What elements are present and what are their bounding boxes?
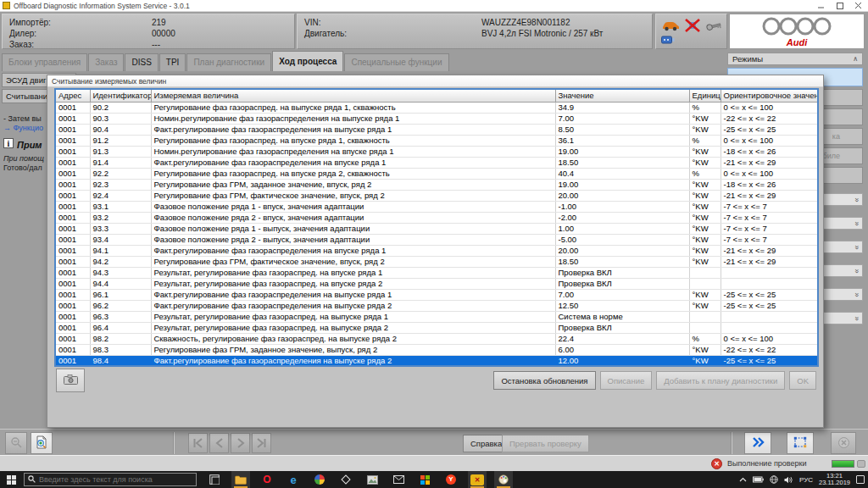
opera-icon[interactable]: O (258, 471, 276, 488)
table-row[interactable]: 000190.3Номин.регулирование фаз газорасп… (56, 113, 817, 124)
zoom-out-button (5, 432, 27, 454)
vehicle-icon (661, 19, 680, 33)
odis-taskbar-icon[interactable]: ✕ (468, 471, 487, 488)
file-explorer-icon[interactable] (231, 471, 250, 488)
snapshot-button[interactable] (56, 369, 85, 392)
column-header[interactable]: Значение (555, 90, 689, 102)
table-row[interactable]: 000192.2Регулирование фаз газораспред. н… (56, 168, 817, 179)
magnifier-minus-icon (10, 436, 22, 450)
table-row[interactable]: 000191.4Факт.регулирование фаз газораспр… (56, 157, 817, 168)
zoom-document-button[interactable] (31, 432, 53, 454)
search-input[interactable] (39, 475, 192, 484)
edge-icon[interactable]: e (284, 471, 303, 488)
status-mini-icon (857, 460, 865, 468)
tab-diss[interactable]: DISS (125, 53, 158, 71)
mail-icon[interactable] (389, 471, 408, 488)
diamond-app-icon[interactable] (337, 471, 355, 488)
tab-ход-процесса[interactable]: Ход процесса (272, 51, 343, 71)
dialog-button-добавить-к-плану-диагностики: Добавить к плану диагностики (656, 371, 785, 390)
pinwheel-app-icon[interactable] (310, 471, 329, 488)
table-row[interactable]: 000190.2Регулирование фаз газораспред. н… (56, 102, 817, 113)
table-row[interactable]: 000191.3Номин.регулирование фаз газорасп… (56, 146, 817, 157)
store-icon[interactable] (415, 471, 434, 488)
table-row[interactable]: 000190.4Факт.регулирование фаз газораспр… (56, 124, 817, 135)
double-chevron-down-icon: » (852, 269, 860, 273)
nav-next-button (231, 433, 250, 453)
table-row[interactable]: 000194.3Результат, регулирование фаз газ… (56, 267, 817, 278)
search-icon (28, 475, 36, 485)
key-icon (705, 20, 722, 33)
dialog-button-остановка-обновления[interactable]: Остановка обновления (493, 371, 595, 390)
double-chevron-down-icon: » (852, 316, 860, 320)
status-text: Выполнение проверки (727, 456, 806, 472)
column-header[interactable]: Адрес (56, 90, 90, 102)
toolbar-separator-2 (731, 432, 732, 454)
table-row[interactable]: 000194.2Регулирование фаз ГРМ, фактическ… (56, 256, 817, 267)
double-chevron-right-icon (751, 436, 765, 450)
document-magnifier-plus-icon (35, 435, 48, 451)
column-header[interactable]: Измеряемая величина (151, 90, 555, 102)
left-panel-note-title: Прим (17, 140, 42, 150)
table-row[interactable]: 000192.3Регулирование фаз ГРМ, заданное … (56, 179, 817, 190)
network-icon[interactable] (770, 475, 778, 484)
table-row[interactable]: 000198.3Регулирование фаз ГРМ, заданное … (56, 344, 817, 355)
close-button[interactable] (849, 0, 868, 12)
tab-специальные-функции: Специальные функции (344, 53, 448, 71)
table-row[interactable]: 000194.4Результат, регулирование фаз газ… (56, 278, 817, 289)
continue-button[interactable] (744, 432, 771, 454)
column-header[interactable]: Идентификатор (90, 90, 151, 102)
language-indicator[interactable]: РУС (799, 476, 813, 484)
table-row[interactable]: 000191.2Регулирование фаз газораспред. н… (56, 135, 817, 146)
collapse-caret-icon[interactable]: ∧ (853, 53, 858, 64)
window-titlebar: Offboard Diagnostic Information System S… (0, 0, 868, 12)
tray-date: 23.11.2019 (819, 479, 850, 486)
dealer-value: 00000 (152, 28, 175, 39)
importer-label: Импортёр: (9, 17, 51, 28)
taskbar-search[interactable] (24, 473, 197, 486)
minimize-button[interactable] (812, 0, 831, 12)
modes-panel-title: Режимы (732, 53, 763, 64)
table-row[interactable]: 000196.2Факт.регулирование фаз газораспр… (56, 300, 817, 311)
audi-rings-icon (760, 16, 834, 38)
tab-tpi[interactable]: TPI (159, 53, 186, 71)
no-connection-icon (685, 19, 700, 34)
table-row[interactable]: 000198.4Факт.регулирование фаз газораспр… (56, 355, 817, 366)
table-row[interactable]: 000193.1Фазовое положение ряда 1 - впуск… (56, 201, 817, 212)
table-row[interactable]: 000196.3Результат, регулирование фаз газ… (56, 311, 817, 322)
column-header[interactable]: Ориентировочное значение (721, 90, 817, 102)
battery-icon[interactable] (753, 476, 764, 483)
left-panel-line: - Затем вы (3, 114, 47, 123)
column-header[interactable]: Единица (689, 90, 721, 102)
yandex-browser-icon[interactable]: Y (442, 471, 460, 488)
notification-center-icon[interactable] (856, 475, 865, 484)
table-row[interactable]: 000193.2Фазовое положение ряда 2 - впуск… (56, 212, 817, 223)
photos-icon[interactable] (363, 471, 381, 488)
task-view-button[interactable] (205, 471, 224, 488)
table-row[interactable]: 000192.4Регулирование фаз ГРМ, фактическ… (56, 190, 817, 201)
cancel-circle-button (831, 432, 856, 454)
x-circle-icon (837, 436, 850, 451)
maximize-button[interactable] (831, 0, 849, 12)
double-chevron-down-icon: » (852, 245, 860, 249)
left-panel-function-link[interactable]: → Функцио (3, 124, 47, 132)
screen-capture-button[interactable] (787, 432, 814, 454)
table-row[interactable]: 000193.4Фазовое положение ряда 2 - выпус… (56, 234, 817, 245)
abort-test-button: Прервать проверку (502, 435, 589, 452)
status-strip: ✕ Выполнение проверки (0, 455, 868, 471)
tab-заказ: Заказ (88, 53, 124, 71)
paint-icon[interactable] (494, 471, 513, 488)
table-row[interactable]: 000196.1Факт.регулирование фаз газораспр… (56, 289, 817, 300)
diagnostic-interface-icon (661, 36, 675, 46)
table-row[interactable]: 000198.2Скважность, регулирование фаз га… (56, 333, 817, 344)
tray-expand-icon[interactable] (739, 477, 747, 482)
left-panel-note-line2: Готово/дал (3, 164, 47, 172)
nav-last-button (252, 433, 271, 453)
start-button[interactable] (0, 471, 22, 488)
table-row[interactable]: 000196.4Результат, регулирование фаз газ… (56, 322, 817, 333)
table-row[interactable]: 000194.1Факт.регулирование фаз газораспр… (56, 245, 817, 256)
tab-план-диагностики: План диагностики (186, 53, 271, 71)
volume-icon[interactable] (784, 476, 793, 484)
order-label: Заказ: (9, 39, 34, 50)
tray-clock[interactable]: 13:21 23.11.2019 (819, 473, 850, 486)
table-row[interactable]: 000193.3Фазовое положение ряда 1 - выпус… (56, 223, 817, 234)
